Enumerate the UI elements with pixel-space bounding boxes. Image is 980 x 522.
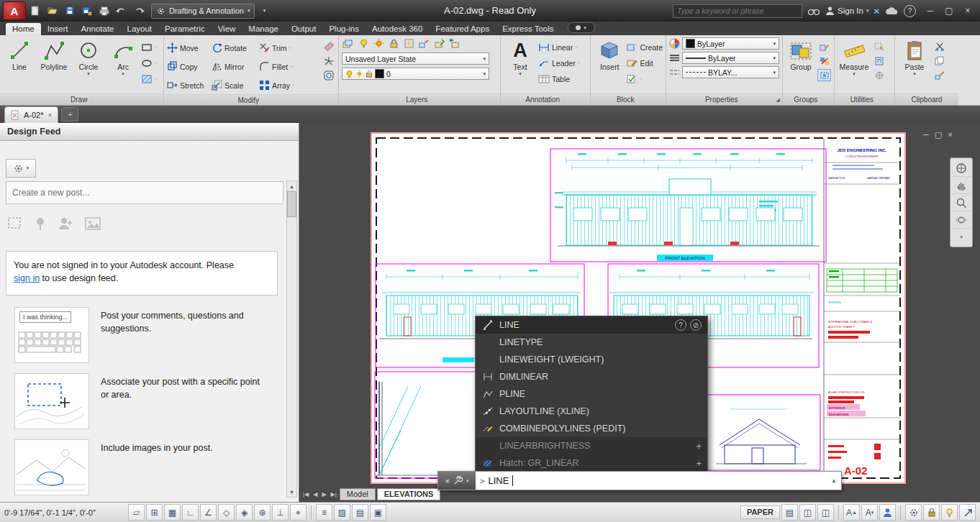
elevations-layout-tab[interactable]: ELEVATIONS [377, 488, 441, 500]
annotation-visibility-toggle[interactable]: A▲ [843, 504, 860, 521]
tab-manage[interactable]: Manage [242, 23, 285, 35]
suggestion-lineweight[interactable]: LINEWEIGHT (LWEIGHT) [476, 351, 707, 368]
ortho-mode-toggle[interactable]: ∟ [182, 504, 199, 521]
modify-panel-caption[interactable]: Modify▾ [164, 94, 338, 105]
suggestion-hatch-gr-linear[interactable]: Hatch: GR_LINEAR + [476, 454, 707, 472]
lineweight-display-toggle[interactable]: ≡ [316, 504, 332, 521]
open-button[interactable] [45, 3, 60, 19]
plot-button[interactable] [96, 3, 112, 19]
paper-model-toggle[interactable]: PAPER [740, 505, 780, 519]
undo-button[interactable] [114, 3, 130, 19]
selection-cycling-toggle[interactable]: ▣ [370, 504, 386, 521]
array-button[interactable]: Array▾ [259, 78, 302, 92]
tab-parametric[interactable]: Parametric [158, 23, 212, 35]
first-layout-icon[interactable]: |◀ [301, 491, 310, 498]
file-tab-a02[interactable]: A-02* × [4, 106, 58, 123]
layer-lock-button[interactable] [387, 37, 401, 50]
layer-off-button[interactable] [357, 37, 371, 50]
last-layout-icon[interactable]: ▶| [330, 491, 338, 498]
cut-button[interactable] [933, 40, 946, 52]
feed-scrollbar[interactable]: ▲ ▼ [286, 180, 297, 498]
select-area-icon[interactable] [7, 216, 23, 231]
prev-layout-icon[interactable]: ◀ [312, 491, 319, 498]
toolbar-lock-button[interactable] [923, 504, 940, 521]
copy-clip-button[interactable] [933, 55, 946, 67]
command-options-icon[interactable]: ▾ [466, 478, 469, 484]
clipboard-panel-caption[interactable]: Clipboard [895, 93, 958, 105]
3d-object-snap-toggle[interactable]: ◈ [236, 504, 253, 521]
table-button[interactable]: Table [538, 72, 580, 86]
tab-layout[interactable]: Layout [121, 23, 159, 35]
tab-autodesk360[interactable]: Autodesk 360 [366, 23, 429, 35]
command-wrench-icon[interactable] [453, 476, 463, 485]
layer-state-dropdown[interactable]: Unsaved Layer State ▾ [342, 52, 489, 65]
zoom-button[interactable] [952, 194, 971, 211]
minimize-button[interactable]: ─ [921, 4, 940, 18]
quick-properties-toggle[interactable]: ▤ [352, 504, 368, 521]
new-button[interactable] [27, 3, 43, 19]
tab-plugins[interactable]: Plug-ins [322, 23, 366, 35]
layer-previous-button[interactable] [448, 37, 461, 50]
dynamic-input-toggle[interactable]: ⌖ [290, 504, 307, 521]
model-layout-icon-button[interactable]: ▤ [781, 504, 798, 521]
workspace-switcher[interactable]: Drafting & Annotation ▾ [151, 4, 255, 19]
quick-calc-button[interactable] [872, 55, 886, 67]
mirror-button[interactable]: Mirror [212, 60, 259, 73]
tab-express-tools[interactable]: Express Tools [496, 23, 560, 35]
command-exclude-icon[interactable]: ⊘ [690, 319, 702, 331]
stretch-button[interactable]: Stretch [167, 78, 212, 92]
search-input[interactable] [673, 4, 802, 18]
exchange-apps-icon[interactable]: × [874, 6, 879, 17]
new-post-input[interactable] [6, 181, 283, 204]
suggestion-combinepolylines[interactable]: COMBINEPOLYLINES (PEDIT) [476, 420, 707, 437]
suggestion-linetype[interactable]: LINETYPE [476, 334, 707, 351]
file-tab-close-icon[interactable]: × [48, 111, 53, 119]
quick-view-layouts-button[interactable]: ◫ [799, 504, 816, 521]
measure-button[interactable]: Measure ▾ [838, 37, 871, 93]
quick-select-button[interactable] [872, 40, 886, 52]
annotation-autoscale-toggle[interactable]: A▾ [861, 504, 878, 521]
command-input[interactable]: > LINE ▲ [476, 472, 841, 490]
new-tab-button[interactable]: + [61, 107, 78, 122]
copy-button[interactable]: Copy [167, 60, 212, 73]
expand-category-icon[interactable]: + [696, 441, 702, 452]
close-button[interactable]: × [958, 4, 977, 18]
ribbon-display-toggle[interactable]: ▾ [568, 22, 595, 33]
image-icon[interactable] [85, 216, 101, 231]
text-button[interactable]: A Text ▾ [504, 37, 537, 93]
signin-link[interactable]: sign in [14, 273, 40, 283]
pin-icon[interactable] [35, 216, 46, 231]
transparency-toggle[interactable]: ▨ [334, 504, 350, 521]
object-snap-tracking-toggle[interactable]: ⊕ [254, 504, 271, 521]
layer-properties-button[interactable] [342, 37, 355, 50]
qat-customize-button[interactable]: ▾ [256, 3, 272, 19]
drawing-area[interactable]: FRONT ELEVATION [299, 123, 980, 502]
object-color-dropdown[interactable]: ByLayer▾ [682, 37, 779, 50]
pan-button[interactable] [952, 177, 971, 194]
suggestion-pline[interactable]: PLINE [476, 385, 707, 403]
tab-insert[interactable]: Insert [41, 23, 75, 35]
layers-panel-caption[interactable]: Layers▾ [339, 93, 500, 105]
properties-panel-caption[interactable]: Properties▾◢ [666, 93, 782, 105]
circle-button[interactable]: Circle ▾ [72, 37, 105, 93]
dynamic-ucs-toggle[interactable]: ⊥ [272, 504, 289, 521]
hatch-flyout-button[interactable]: ▾ [141, 72, 158, 86]
id-point-button[interactable] [872, 69, 886, 81]
suggestion-layoutline[interactable]: LAYOUTLINE (XLINE) [476, 403, 707, 420]
full-navigation-wheel-button[interactable] [952, 160, 971, 177]
workspace-switching-button[interactable] [905, 504, 922, 521]
scroll-down-icon[interactable]: ▼ [287, 487, 296, 497]
lineweight-dropdown[interactable]: ByLayer▾ [682, 52, 779, 64]
infer-constraints-toggle[interactable]: ▱ [128, 504, 145, 521]
suggestion-dimlinear[interactable]: DIMLINEAR [476, 368, 707, 385]
polar-tracking-toggle[interactable]: ∠ [200, 504, 217, 521]
arc-button[interactable]: Arc ▾ [106, 37, 140, 93]
redo-button[interactable] [131, 3, 147, 19]
polyline-button[interactable]: Polyline [37, 37, 71, 93]
suggestion-linearbrightness[interactable]: LINEARBRIGHTNESS + [476, 437, 707, 454]
offset-button[interactable] [322, 69, 335, 81]
suggestion-line[interactable]: LINE ? ⊘ [476, 316, 707, 334]
layer-freeze-button[interactable] [372, 37, 386, 50]
drawing-close-icon[interactable]: × [948, 130, 952, 139]
leader-button[interactable]: Leader▾ [538, 56, 580, 70]
